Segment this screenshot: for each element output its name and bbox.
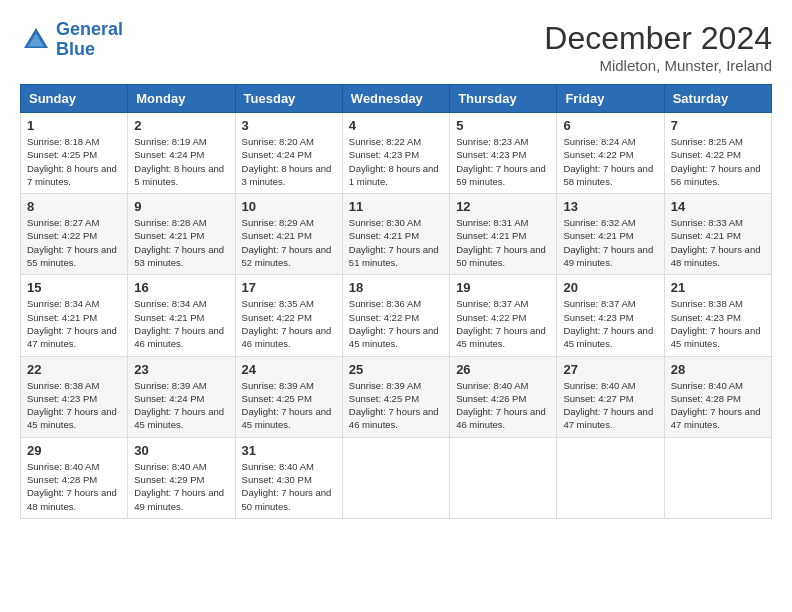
day-info: Sunrise: 8:40 AMSunset: 4:29 PMDaylight:… [134,460,228,513]
day-number: 15 [27,280,121,295]
calendar-day-cell: 20Sunrise: 8:37 AMSunset: 4:23 PMDayligh… [557,275,664,356]
day-info: Sunrise: 8:29 AMSunset: 4:21 PMDaylight:… [242,216,336,269]
logo-line1: General [56,19,123,39]
logo-line2: Blue [56,39,95,59]
logo-icon [20,24,52,56]
day-number: 16 [134,280,228,295]
day-info: Sunrise: 8:32 AMSunset: 4:21 PMDaylight:… [563,216,657,269]
day-info: Sunrise: 8:23 AMSunset: 4:23 PMDaylight:… [456,135,550,188]
day-info: Sunrise: 8:30 AMSunset: 4:21 PMDaylight:… [349,216,443,269]
calendar-day-cell [342,437,449,518]
calendar-day-cell: 23Sunrise: 8:39 AMSunset: 4:24 PMDayligh… [128,356,235,437]
day-number: 29 [27,443,121,458]
day-number: 20 [563,280,657,295]
day-number: 21 [671,280,765,295]
day-number: 2 [134,118,228,133]
calendar-day-cell [664,437,771,518]
day-info: Sunrise: 8:18 AMSunset: 4:25 PMDaylight:… [27,135,121,188]
day-info: Sunrise: 8:40 AMSunset: 4:26 PMDaylight:… [456,379,550,432]
calendar-day-cell: 16Sunrise: 8:34 AMSunset: 4:21 PMDayligh… [128,275,235,356]
day-info: Sunrise: 8:34 AMSunset: 4:21 PMDaylight:… [134,297,228,350]
day-number: 8 [27,199,121,214]
calendar-day-cell: 12Sunrise: 8:31 AMSunset: 4:21 PMDayligh… [450,194,557,275]
calendar-day-cell: 1Sunrise: 8:18 AMSunset: 4:25 PMDaylight… [21,113,128,194]
day-info: Sunrise: 8:31 AMSunset: 4:21 PMDaylight:… [456,216,550,269]
logo-text: General Blue [56,20,123,60]
calendar-day-cell [450,437,557,518]
title-block: December 2024 Midleton, Munster, Ireland [544,20,772,74]
day-info: Sunrise: 8:37 AMSunset: 4:22 PMDaylight:… [456,297,550,350]
day-info: Sunrise: 8:24 AMSunset: 4:22 PMDaylight:… [563,135,657,188]
calendar-day-cell: 29Sunrise: 8:40 AMSunset: 4:28 PMDayligh… [21,437,128,518]
day-number: 11 [349,199,443,214]
day-info: Sunrise: 8:22 AMSunset: 4:23 PMDaylight:… [349,135,443,188]
day-number: 18 [349,280,443,295]
day-number: 5 [456,118,550,133]
day-number: 12 [456,199,550,214]
day-number: 19 [456,280,550,295]
calendar-week-row: 15Sunrise: 8:34 AMSunset: 4:21 PMDayligh… [21,275,772,356]
calendar-day-cell: 24Sunrise: 8:39 AMSunset: 4:25 PMDayligh… [235,356,342,437]
day-number: 23 [134,362,228,377]
calendar-day-cell: 30Sunrise: 8:40 AMSunset: 4:29 PMDayligh… [128,437,235,518]
day-number: 14 [671,199,765,214]
day-info: Sunrise: 8:19 AMSunset: 4:24 PMDaylight:… [134,135,228,188]
calendar-day-cell: 7Sunrise: 8:25 AMSunset: 4:22 PMDaylight… [664,113,771,194]
calendar-table: SundayMondayTuesdayWednesdayThursdayFrid… [20,84,772,519]
day-number: 22 [27,362,121,377]
logo: General Blue [20,20,123,60]
day-info: Sunrise: 8:27 AMSunset: 4:22 PMDaylight:… [27,216,121,269]
day-info: Sunrise: 8:33 AMSunset: 4:21 PMDaylight:… [671,216,765,269]
calendar-day-cell: 28Sunrise: 8:40 AMSunset: 4:28 PMDayligh… [664,356,771,437]
calendar-week-row: 8Sunrise: 8:27 AMSunset: 4:22 PMDaylight… [21,194,772,275]
weekday-header: Wednesday [342,85,449,113]
calendar-day-cell: 6Sunrise: 8:24 AMSunset: 4:22 PMDaylight… [557,113,664,194]
calendar-day-cell: 3Sunrise: 8:20 AMSunset: 4:24 PMDaylight… [235,113,342,194]
calendar-day-cell: 25Sunrise: 8:39 AMSunset: 4:25 PMDayligh… [342,356,449,437]
calendar-day-cell: 11Sunrise: 8:30 AMSunset: 4:21 PMDayligh… [342,194,449,275]
day-info: Sunrise: 8:28 AMSunset: 4:21 PMDaylight:… [134,216,228,269]
day-number: 26 [456,362,550,377]
calendar-day-cell: 27Sunrise: 8:40 AMSunset: 4:27 PMDayligh… [557,356,664,437]
day-number: 24 [242,362,336,377]
calendar-day-cell: 17Sunrise: 8:35 AMSunset: 4:22 PMDayligh… [235,275,342,356]
weekday-header: Thursday [450,85,557,113]
day-number: 3 [242,118,336,133]
weekday-header: Sunday [21,85,128,113]
day-info: Sunrise: 8:38 AMSunset: 4:23 PMDaylight:… [27,379,121,432]
day-number: 9 [134,199,228,214]
weekday-header: Tuesday [235,85,342,113]
calendar-day-cell: 19Sunrise: 8:37 AMSunset: 4:22 PMDayligh… [450,275,557,356]
calendar-day-cell: 14Sunrise: 8:33 AMSunset: 4:21 PMDayligh… [664,194,771,275]
day-info: Sunrise: 8:34 AMSunset: 4:21 PMDaylight:… [27,297,121,350]
calendar-day-cell: 13Sunrise: 8:32 AMSunset: 4:21 PMDayligh… [557,194,664,275]
page-header: General Blue December 2024 Midleton, Mun… [20,20,772,74]
day-number: 27 [563,362,657,377]
day-number: 6 [563,118,657,133]
weekday-header: Saturday [664,85,771,113]
calendar-day-cell: 31Sunrise: 8:40 AMSunset: 4:30 PMDayligh… [235,437,342,518]
day-info: Sunrise: 8:35 AMSunset: 4:22 PMDaylight:… [242,297,336,350]
day-number: 30 [134,443,228,458]
calendar-day-cell: 21Sunrise: 8:38 AMSunset: 4:23 PMDayligh… [664,275,771,356]
day-info: Sunrise: 8:25 AMSunset: 4:22 PMDaylight:… [671,135,765,188]
day-number: 28 [671,362,765,377]
calendar-day-cell: 22Sunrise: 8:38 AMSunset: 4:23 PMDayligh… [21,356,128,437]
day-number: 10 [242,199,336,214]
day-number: 1 [27,118,121,133]
calendar-day-cell: 15Sunrise: 8:34 AMSunset: 4:21 PMDayligh… [21,275,128,356]
day-info: Sunrise: 8:40 AMSunset: 4:28 PMDaylight:… [671,379,765,432]
day-info: Sunrise: 8:40 AMSunset: 4:30 PMDaylight:… [242,460,336,513]
location: Midleton, Munster, Ireland [544,57,772,74]
day-number: 4 [349,118,443,133]
day-info: Sunrise: 8:20 AMSunset: 4:24 PMDaylight:… [242,135,336,188]
day-number: 25 [349,362,443,377]
calendar-day-cell: 2Sunrise: 8:19 AMSunset: 4:24 PMDaylight… [128,113,235,194]
calendar-day-cell: 18Sunrise: 8:36 AMSunset: 4:22 PMDayligh… [342,275,449,356]
day-info: Sunrise: 8:38 AMSunset: 4:23 PMDaylight:… [671,297,765,350]
day-number: 7 [671,118,765,133]
calendar-day-cell: 9Sunrise: 8:28 AMSunset: 4:21 PMDaylight… [128,194,235,275]
calendar-day-cell: 5Sunrise: 8:23 AMSunset: 4:23 PMDaylight… [450,113,557,194]
calendar-day-cell: 4Sunrise: 8:22 AMSunset: 4:23 PMDaylight… [342,113,449,194]
day-info: Sunrise: 8:37 AMSunset: 4:23 PMDaylight:… [563,297,657,350]
